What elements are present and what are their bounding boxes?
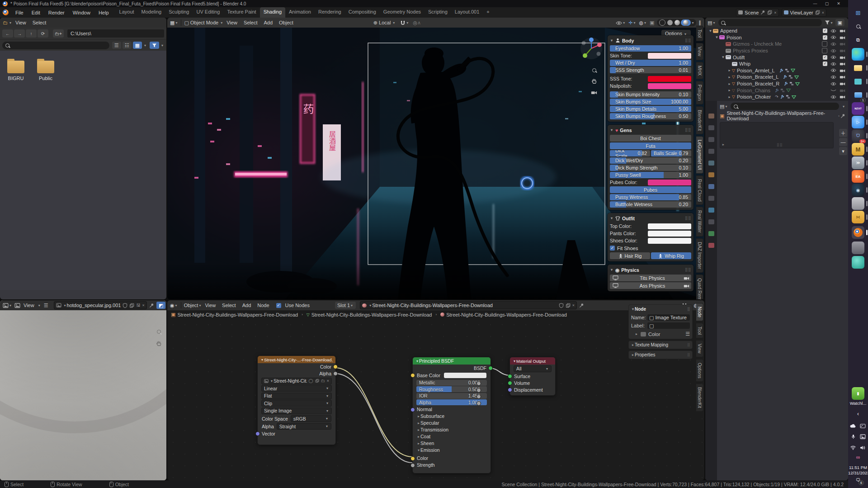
node-color-row[interactable]: ▸ Color☰ <box>635 331 690 337</box>
stack-icon[interactable] <box>785 68 789 73</box>
path-field[interactable]: C:\Users\ <box>67 29 164 38</box>
up-button[interactable]: ↑ <box>26 29 37 38</box>
shader-editor-type-icon[interactable]: ◉ <box>170 303 175 308</box>
vector-input-socket[interactable] <box>255 431 260 436</box>
tab-poliigon[interactable]: Poliigon <box>696 81 703 104</box>
tab-node[interactable]: Node <box>696 303 703 321</box>
shader-menu-select[interactable]: Select <box>219 303 239 308</box>
tab-options[interactable]: Options <box>696 359 703 382</box>
eye-icon[interactable] <box>830 62 836 66</box>
outliner-row-outift[interactable]: ▼ Outift ✓ <box>705 54 848 61</box>
tits-physics-button[interactable]: Tits Physics <box>610 275 691 281</box>
color-space-select[interactable]: sRGB▾ <box>291 415 331 422</box>
view-details-button[interactable]: ☷ <box>123 42 132 49</box>
eye-icon[interactable] <box>830 29 836 33</box>
tray-expand-chevron[interactable]: ‹ <box>854 411 862 417</box>
onedrive-cloud-icon[interactable] <box>849 422 857 429</box>
outliner-search-input[interactable] <box>718 19 821 26</box>
visibility-dropdown-icon[interactable] <box>616 20 622 25</box>
watchlist-icon[interactable]: ▮ <box>852 387 864 400</box>
move-hand-icon[interactable] <box>156 340 162 346</box>
tab-particles[interactable] <box>708 196 714 201</box>
output-target-select[interactable]: All▾ <box>514 365 552 372</box>
outliner-row-bracelet-l[interactable]: ▸▽ Poison_Bracelet_L <box>705 74 848 81</box>
skin-tone-swatch[interactable] <box>648 53 691 59</box>
outliner-row-gizmos[interactable]: Gizmos - Uncheck Me <box>705 41 848 47</box>
display-channels-button[interactable]: ◩ <box>156 302 165 309</box>
slider-skin-bumps-details[interactable]: Skin Bumps Details5.00 <box>610 106 691 112</box>
outliner-row-poison[interactable]: ▼ Poison ✓ <box>705 34 848 41</box>
menu-edit[interactable]: Edit <box>28 9 44 17</box>
base-color-swatch[interactable] <box>444 373 486 378</box>
roughness-slider[interactable]: Roughness0.500 <box>416 386 487 392</box>
pause-render-button[interactable]: ∥ <box>699 20 702 26</box>
speaker-icon[interactable] <box>859 444 866 450</box>
checkbox-icon[interactable]: ✓ <box>823 55 827 60</box>
slider-dick-scale[interactable]: Dick Scale0.82 <box>610 150 650 156</box>
slider-pussy-swell[interactable]: Pussy Swell1.00 <box>610 172 691 178</box>
metallic-slider[interactable]: Metallic0.000 <box>416 380 487 386</box>
properties-breadcrumb[interactable]: Street-Night-City-Buildings-Wallpapers-F… <box>726 110 835 121</box>
move-view-hand-icon[interactable] <box>590 77 598 85</box>
properties-search-input[interactable] <box>731 103 839 110</box>
tab-modeling[interactable]: Modeling <box>138 7 165 18</box>
filter-icon[interactable] <box>825 20 830 25</box>
unlink-icon[interactable]: × <box>327 379 329 383</box>
close-button[interactable]: ✕ <box>833 1 844 6</box>
unlink-icon[interactable]: × <box>142 303 144 308</box>
microphone-icon[interactable] <box>849 433 857 440</box>
tab-animation[interactable]: Animation <box>285 7 315 18</box>
transform-orientation[interactable]: Local <box>379 20 391 25</box>
nzxt-cam-icon[interactable]: NZXT <box>852 102 864 115</box>
nailpolish-swatch[interactable] <box>648 83 691 89</box>
modifier-wrench-icon[interactable] <box>783 75 787 79</box>
pin-icon[interactable] <box>579 303 584 308</box>
roughness-socket[interactable] <box>476 388 481 393</box>
editor-type-icon[interactable]: ▦ <box>170 20 175 26</box>
taskbar-search-button[interactable] <box>852 20 864 33</box>
node-section-header[interactable]: ▾Node⣿ <box>631 306 690 313</box>
image-texture-node[interactable]: ▾Street-Night-City-...-Free-Download.jpg… <box>257 355 336 445</box>
slider-skin-bumps-roughness[interactable]: Skin Bumps Roughness0.50 <box>610 113 691 119</box>
filebrowser-menu-view[interactable]: View <box>12 20 29 25</box>
discord-icon[interactable]: ᗜ9+ <box>852 129 864 142</box>
stack-icon[interactable] <box>780 88 785 93</box>
pin-icon[interactable] <box>760 10 765 15</box>
stack-icon[interactable] <box>788 75 793 79</box>
material-datablock-field[interactable]: ▾ Street-Night-City-Buildings-Wallpapers… <box>360 301 577 309</box>
outliner-type-icon[interactable]: ▤ <box>708 20 712 26</box>
eye-icon[interactable] <box>830 35 836 39</box>
camera-icon[interactable] <box>840 68 845 73</box>
color-top[interactable]: Top Color: <box>610 223 691 229</box>
ior-slider[interactable]: IOR1.450 <box>416 393 487 399</box>
browse-folder-icon[interactable]: 🗀 <box>321 379 325 383</box>
shader-menu-add[interactable]: Add <box>239 303 255 308</box>
remove-icon[interactable]: × <box>822 10 824 15</box>
tray-link-icon[interactable]: ∞ <box>854 454 862 460</box>
menu-render[interactable]: Render <box>44 9 69 17</box>
tab-view[interactable]: View <box>696 340 703 357</box>
add-slot-button[interactable]: ＋ <box>839 129 847 137</box>
shading-options-chevron[interactable]: ▾ <box>692 21 693 25</box>
panel-gens-header[interactable]: ▾ ♥ Gens⣿⣿ <box>610 126 691 134</box>
camera-icon[interactable] <box>684 276 689 280</box>
outliner-row-armlet-l[interactable]: ▸▽ Poison_Armlet_L <box>705 67 848 74</box>
breadcrumb-material[interactable]: Street-Night-City-Buildings-Wallpapers-F… <box>446 312 567 317</box>
unlink-icon[interactable]: × <box>572 303 575 308</box>
shading-rendered-active[interactable] <box>681 19 691 26</box>
remove-slot-button[interactable]: — <box>839 138 847 146</box>
start-button[interactable]: ⊞ <box>852 6 864 19</box>
emission-strength-socket[interactable] <box>410 463 415 468</box>
camera-icon[interactable] <box>840 81 845 86</box>
navigation-gizmo[interactable] <box>580 37 603 60</box>
slot-selector[interactable]: Slot 1▾ <box>335 302 356 309</box>
modifier-wrench-icon[interactable] <box>779 68 783 73</box>
tab-mhx[interactable]: MHX <box>696 62 703 79</box>
shoes-color-swatch[interactable] <box>648 238 691 244</box>
tab-daz-importer[interactable]: DAZ Importer <box>696 238 703 273</box>
clock-time[interactable]: 11:51 PM <box>848 465 868 470</box>
new-folder-button[interactable]: 🗀+ <box>53 29 64 38</box>
unlink-icon[interactable]: × <box>774 10 776 15</box>
xray-toggle-icon[interactable]: ▣ <box>650 20 654 26</box>
tab-scene[interactable] <box>708 149 714 154</box>
